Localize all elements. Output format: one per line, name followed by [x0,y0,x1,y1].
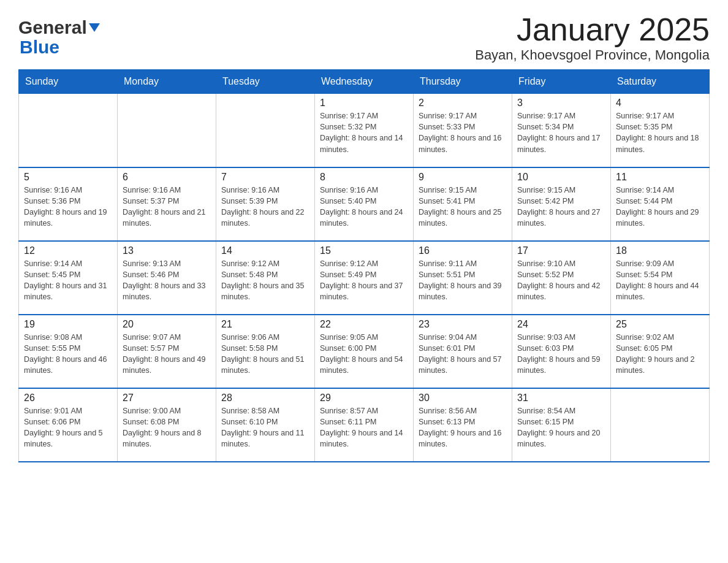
day-number: 20 [123,319,211,330]
calendar-day-cell: 26 Sunrise: 9:01 AMSunset: 6:06 PMDaylig… [19,388,118,462]
day-info: Sunrise: 9:08 AMSunset: 5:55 PMDaylight:… [24,333,107,375]
logo-blue-text: Blue [20,37,100,58]
day-number: 4 [616,98,704,109]
day-info: Sunrise: 8:57 AMSunset: 6:11 PMDaylight:… [320,407,403,448]
day-number: 1 [320,98,408,109]
day-number: 9 [419,172,507,183]
month-year-title: January 2025 [475,12,710,47]
day-number: 14 [221,245,309,256]
day-info: Sunrise: 9:05 AMSunset: 6:00 PMDaylight:… [320,333,403,375]
calendar-day-cell: 30 Sunrise: 8:56 AMSunset: 6:13 PMDaylig… [414,388,512,462]
calendar-table: Sunday Monday Tuesday Wednesday Thursday… [18,69,710,462]
day-info: Sunrise: 9:15 AMSunset: 5:41 PMDaylight:… [419,186,502,228]
calendar-day-cell: 19 Sunrise: 9:08 AMSunset: 5:55 PMDaylig… [19,315,118,388]
day-number: 22 [320,319,408,330]
day-number: 11 [616,172,704,183]
calendar-day-cell: 11 Sunrise: 9:14 AMSunset: 5:44 PMDaylig… [611,167,710,241]
day-info: Sunrise: 9:16 AMSunset: 5:36 PMDaylight:… [24,186,107,228]
calendar-day-cell: 18 Sunrise: 9:09 AMSunset: 5:54 PMDaylig… [611,241,710,315]
day-number: 17 [517,245,605,256]
calendar-day-cell: 7 Sunrise: 9:16 AMSunset: 5:39 PMDayligh… [216,167,315,241]
day-info: Sunrise: 9:16 AMSunset: 5:37 PMDaylight:… [123,186,206,228]
day-number: 28 [221,393,309,404]
day-info: Sunrise: 8:58 AMSunset: 6:10 PMDaylight:… [221,407,305,448]
logo: General Blue [18,17,100,58]
day-number: 27 [123,393,211,404]
day-info: Sunrise: 9:12 AMSunset: 5:48 PMDaylight:… [221,259,305,301]
calendar-day-cell: 31 Sunrise: 8:54 AMSunset: 6:15 PMDaylig… [512,388,611,462]
calendar-day-cell: 29 Sunrise: 8:57 AMSunset: 6:11 PMDaylig… [315,388,414,462]
calendar-day-cell [19,94,118,167]
day-number: 31 [517,393,605,404]
day-number: 16 [419,245,507,256]
header-wednesday: Wednesday [315,70,414,94]
day-number: 7 [221,172,309,183]
day-number: 24 [517,319,605,330]
header-tuesday: Tuesday [216,70,315,94]
header-sunday: Sunday [19,70,118,94]
day-info: Sunrise: 9:15 AMSunset: 5:42 PMDaylight:… [517,186,601,228]
day-number: 10 [517,172,605,183]
calendar-day-cell [216,94,315,167]
calendar-day-cell: 16 Sunrise: 9:11 AMSunset: 5:51 PMDaylig… [414,241,512,315]
day-info: Sunrise: 9:07 AMSunset: 5:57 PMDaylight:… [123,333,206,375]
calendar-day-cell [118,94,216,167]
day-info: Sunrise: 9:16 AMSunset: 5:39 PMDaylight:… [221,186,305,228]
day-info: Sunrise: 9:14 AMSunset: 5:45 PMDaylight:… [24,259,107,301]
day-number: 25 [616,319,704,330]
day-number: 15 [320,245,408,256]
calendar-day-cell [611,388,710,462]
day-number: 30 [419,393,507,404]
day-info: Sunrise: 9:04 AMSunset: 6:01 PMDaylight:… [419,333,502,375]
day-number: 23 [419,319,507,330]
day-number: 12 [24,245,112,256]
day-info: Sunrise: 9:16 AMSunset: 5:40 PMDaylight:… [320,186,403,228]
day-info: Sunrise: 9:02 AMSunset: 6:05 PMDaylight:… [616,333,695,375]
calendar-day-cell: 15 Sunrise: 9:12 AMSunset: 5:49 PMDaylig… [315,241,414,315]
day-number: 5 [24,172,112,183]
calendar-week-row: 26 Sunrise: 9:01 AMSunset: 6:06 PMDaylig… [19,388,710,462]
day-number: 2 [419,98,507,109]
day-number: 8 [320,172,408,183]
header-monday: Monday [118,70,216,94]
calendar-day-cell: 14 Sunrise: 9:12 AMSunset: 5:48 PMDaylig… [216,241,315,315]
day-number: 13 [123,245,211,256]
day-info: Sunrise: 9:17 AMSunset: 5:32 PMDaylight:… [320,112,403,153]
calendar-day-cell: 9 Sunrise: 9:15 AMSunset: 5:41 PMDayligh… [414,167,512,241]
day-info: Sunrise: 9:03 AMSunset: 6:03 PMDaylight:… [517,333,601,375]
calendar-day-cell: 4 Sunrise: 9:17 AMSunset: 5:35 PMDayligh… [611,94,710,167]
header-saturday: Saturday [611,70,710,94]
svg-marker-0 [89,23,100,32]
calendar-day-cell: 25 Sunrise: 9:02 AMSunset: 6:05 PMDaylig… [611,315,710,388]
day-info: Sunrise: 9:13 AMSunset: 5:46 PMDaylight:… [123,259,206,301]
day-info: Sunrise: 9:01 AMSunset: 6:06 PMDaylight:… [24,407,103,448]
day-number: 3 [517,98,605,109]
calendar-day-cell: 8 Sunrise: 9:16 AMSunset: 5:40 PMDayligh… [315,167,414,241]
calendar-day-cell: 17 Sunrise: 9:10 AMSunset: 5:52 PMDaylig… [512,241,611,315]
calendar-title-group: January 2025 Bayan, Khoevsgoel Province,… [475,12,710,63]
day-info: Sunrise: 9:00 AMSunset: 6:08 PMDaylight:… [123,407,202,448]
calendar-week-row: 19 Sunrise: 9:08 AMSunset: 5:55 PMDaylig… [19,315,710,388]
weekday-header-row: Sunday Monday Tuesday Wednesday Thursday… [19,70,710,94]
logo-triangle-icon [89,23,100,34]
page-header: General Blue January 2025 Bayan, Khoevsg… [18,12,710,63]
day-info: Sunrise: 9:12 AMSunset: 5:49 PMDaylight:… [320,259,403,301]
calendar-day-cell: 28 Sunrise: 8:58 AMSunset: 6:10 PMDaylig… [216,388,315,462]
calendar-day-cell: 2 Sunrise: 9:17 AMSunset: 5:33 PMDayligh… [414,94,512,167]
calendar-day-cell: 3 Sunrise: 9:17 AMSunset: 5:34 PMDayligh… [512,94,611,167]
calendar-week-row: 1 Sunrise: 9:17 AMSunset: 5:32 PMDayligh… [19,94,710,167]
location-subtitle: Bayan, Khoevsgoel Province, Mongolia [475,47,710,63]
calendar-day-cell: 1 Sunrise: 9:17 AMSunset: 5:32 PMDayligh… [315,94,414,167]
calendar-day-cell: 5 Sunrise: 9:16 AMSunset: 5:36 PMDayligh… [19,167,118,241]
day-info: Sunrise: 9:11 AMSunset: 5:51 PMDaylight:… [419,259,502,301]
calendar-week-row: 5 Sunrise: 9:16 AMSunset: 5:36 PMDayligh… [19,167,710,241]
day-number: 19 [24,319,112,330]
header-friday: Friday [512,70,611,94]
calendar-day-cell: 13 Sunrise: 9:13 AMSunset: 5:46 PMDaylig… [118,241,216,315]
calendar-day-cell: 21 Sunrise: 9:06 AMSunset: 5:58 PMDaylig… [216,315,315,388]
header-thursday: Thursday [414,70,512,94]
day-info: Sunrise: 9:17 AMSunset: 5:35 PMDaylight:… [616,112,699,153]
calendar-day-cell: 6 Sunrise: 9:16 AMSunset: 5:37 PMDayligh… [118,167,216,241]
day-number: 26 [24,393,112,404]
day-info: Sunrise: 8:56 AMSunset: 6:13 PMDaylight:… [419,407,502,448]
